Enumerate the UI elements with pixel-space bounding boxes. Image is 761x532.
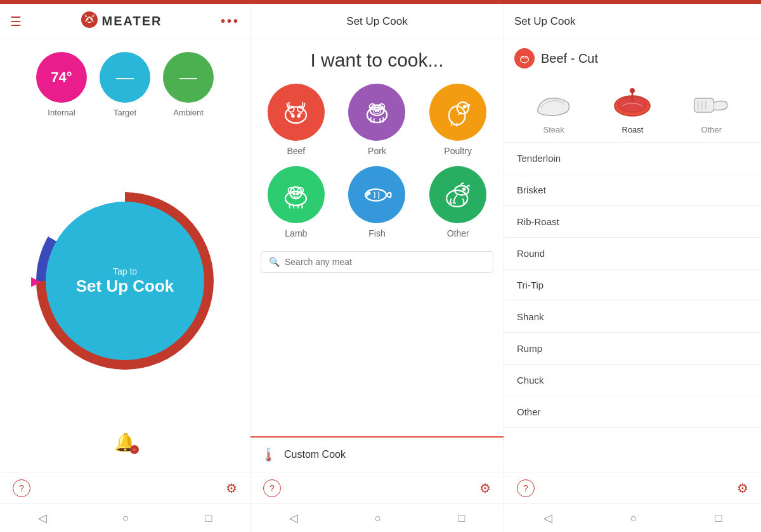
ambient-circle: — [163,52,214,103]
cut-item-roast[interactable]: Roast [610,85,654,134]
other-label: Other [447,228,469,238]
search-bar[interactable]: 🔍 [261,251,493,273]
internal-label: Internal [48,108,75,117]
svg-point-35 [630,88,635,93]
hamburger-icon[interactable]: ☰ [10,14,22,29]
fish-label: Fish [368,228,385,238]
right-home-nav[interactable]: ○ [630,512,637,525]
right-help-icon[interactable]: ? [517,479,535,497]
right-footer: ? ⚙ [504,472,761,503]
left-help-icon[interactable]: ? [13,479,30,497]
cut-list-item[interactable]: Tri-Tip [504,269,761,301]
svg-point-1 [86,18,88,20]
pork-label: Pork [368,146,386,156]
search-input[interactable] [285,257,485,267]
meat-item-lamb[interactable]: Lamb [261,166,332,238]
poultry-circle [429,84,486,141]
svg-rect-36 [694,98,713,112]
ambient-temp: — Ambient [163,52,214,117]
pork-icon [360,95,394,130]
fish-icon [360,178,394,212]
cook-prompt: I want to cook... [261,49,493,71]
cook-inner[interactable]: Tap to Set Up Cook [76,266,174,296]
cut-item-steak[interactable]: Steak [531,85,576,134]
panel-left: ☰ MEATER ••• [0,4,250,532]
custom-cook-bar[interactable]: 🌡️ Custom Cook [250,436,504,472]
poultry-label: Poultry [444,146,472,156]
cook-ring[interactable]: Tap to Set Up Cook [36,192,214,370]
middle-settings-icon[interactable]: ⚙ [479,481,491,496]
beef-label: Beef [287,146,305,156]
right-settings-icon[interactable]: ⚙ [737,481,748,496]
more-dots-icon[interactable]: ••• [221,14,240,29]
search-icon: 🔍 [269,257,280,267]
meater-logo: MEATER [81,11,162,32]
cut-list-item[interactable]: Chuck [504,365,761,396]
cut-list-item[interactable]: Tenderloin [504,143,761,174]
svg-point-0 [81,11,98,28]
middle-header: Set Up Cook [250,4,504,39]
left-nav-bar: ◁ ○ □ [0,503,250,532]
meat-item-other[interactable]: Other [422,166,493,238]
left-square-nav[interactable]: □ [205,512,212,525]
other-cut-label: Other [701,125,722,134]
other-circle [429,166,486,223]
left-settings-icon[interactable]: ⚙ [226,481,237,496]
left-home-nav[interactable]: ○ [122,512,129,525]
right-square-nav[interactable]: □ [715,512,722,525]
meat-item-pork[interactable]: Pork [342,84,413,156]
cook-button-area[interactable]: Tap to Set Up Cook ▶ [36,130,214,432]
cut-list-item[interactable]: Brisket [504,174,761,206]
svg-point-6 [292,115,294,117]
meat-grid: Beef [261,84,493,238]
left-back-nav[interactable]: ◁ [38,511,47,525]
steak-cut-icon [531,85,576,120]
cut-item-other[interactable]: Other [689,85,734,134]
beef-header: Beef - Cut [504,39,761,77]
temp-indicators: 74° Internal — Target — Ambient [10,52,240,117]
roast-cut-icon [610,85,654,120]
target-temp: — Target [100,52,150,117]
beef-icon-circle [514,48,535,68]
cut-list-item[interactable]: Other [504,396,761,428]
ambient-label: Ambient [173,108,204,117]
left-body: 74° Internal — Target — Ambient [0,39,250,472]
right-back-nav[interactable]: ◁ [543,511,552,525]
meat-item-poultry[interactable]: Poultry [422,84,493,156]
target-label: Target [114,108,136,117]
cook-set-up-title: Set Up Cook [76,276,174,296]
bell-badge: + [130,445,139,454]
svg-point-23 [297,193,299,195]
target-circle: — [100,52,150,103]
lamb-icon [278,178,313,212]
beef-header-title: Beef - Cut [541,51,598,66]
internal-temp: 74° Internal [36,52,87,117]
right-header: Set Up Cook [504,4,761,39]
left-footer: ? ⚙ [0,472,250,503]
meat-item-fish[interactable]: Fish [342,166,413,238]
cut-list-item[interactable]: Shank [504,301,761,333]
cut-list: TenderloinBrisketRib-RoastRoundTri-TipSh… [504,143,761,428]
other-cut-svg [689,87,734,119]
cut-list-item[interactable]: Rump [504,333,761,365]
notification-area: 🔔 + [114,432,136,453]
cook-tap-text: Tap to [76,266,174,276]
app-name: MEATER [102,14,162,29]
cut-list-item[interactable]: Round [504,238,761,269]
right-body: Beef - Cut Steak [504,39,761,472]
roast-label: Roast [622,125,644,134]
bell-icon[interactable]: 🔔 + [114,432,136,453]
middle-square-nav[interactable]: □ [459,512,465,525]
middle-home-nav[interactable]: ○ [375,512,382,525]
cut-list-item[interactable]: Rib-Roast [504,206,761,238]
svg-point-24 [365,189,386,200]
middle-back-nav[interactable]: ◁ [289,511,298,525]
svg-point-17 [463,105,465,108]
other-cut-icon [689,85,734,120]
pork-circle [348,84,405,141]
middle-help-icon[interactable]: ? [263,479,281,497]
panel-middle: Set Up Cook I want to cook... [250,4,504,532]
svg-point-22 [294,193,296,195]
meat-item-beef[interactable]: Beef [261,84,332,156]
right-nav-bar: ◁ ○ □ [504,503,761,532]
